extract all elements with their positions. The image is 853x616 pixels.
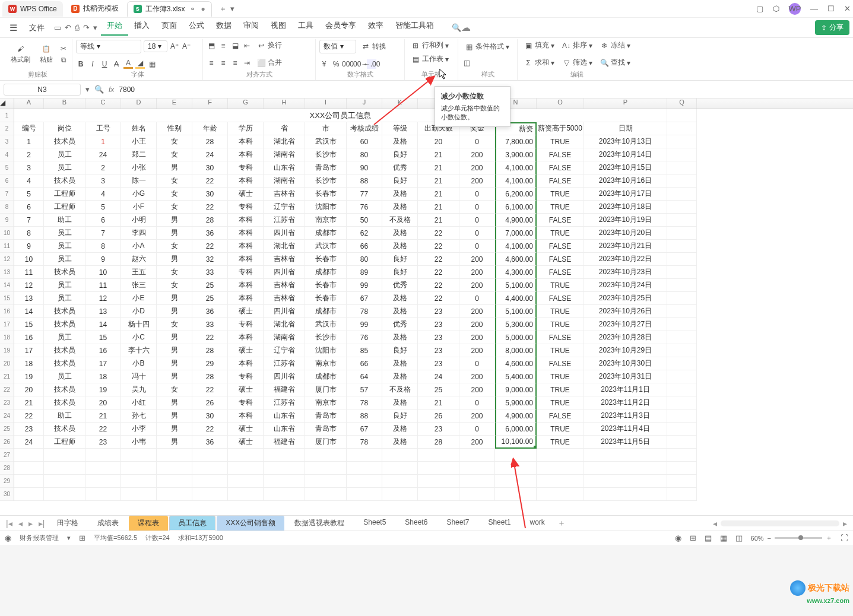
indent-dec-icon[interactable]: ⇤: [242, 41, 252, 50]
cell[interactable]: 专科: [228, 201, 264, 214]
cell[interactable]: [192, 462, 228, 475]
cell[interactable]: 专科: [228, 161, 264, 174]
cell[interactable]: TRUE: [537, 201, 584, 214]
cell[interactable]: 57: [347, 383, 382, 396]
cell[interactable]: 本科: [228, 357, 264, 370]
row-head[interactable]: 21: [0, 370, 14, 383]
cell[interactable]: 2: [14, 148, 44, 161]
cell[interactable]: 专科: [228, 266, 264, 279]
col-head-C[interactable]: C: [85, 99, 121, 109]
sheet-tab-课程表[interactable]: 课程表: [129, 516, 168, 531]
menu-file[interactable]: 文件: [23, 23, 50, 33]
cell[interactable]: 0: [459, 227, 495, 240]
cell[interactable]: [418, 488, 459, 501]
cell[interactable]: 4,600.00: [495, 357, 537, 370]
cell[interactable]: 17: [14, 344, 44, 357]
row-head[interactable]: 5: [0, 161, 14, 174]
file-tab[interactable]: S工作簿3.xlsx⚬●: [127, 1, 212, 17]
cell[interactable]: [192, 488, 228, 501]
align-center-icon[interactable]: ≡: [218, 58, 228, 68]
cell[interactable]: FALSE: [537, 331, 584, 344]
cell[interactable]: 技术员: [44, 357, 85, 370]
cell[interactable]: 本科: [228, 174, 264, 188]
row-head[interactable]: 13: [0, 266, 14, 279]
cell[interactable]: 湖北省: [264, 318, 305, 331]
cell[interactable]: 200: [459, 370, 495, 383]
cell[interactable]: 本科: [228, 331, 264, 344]
cell[interactable]: 22: [192, 331, 228, 344]
cell[interactable]: 8,000.00: [495, 344, 537, 357]
cell[interactable]: 0: [459, 396, 495, 409]
cell[interactable]: 0: [459, 292, 495, 305]
row-head[interactable]: 8: [0, 201, 14, 214]
font-color-icon[interactable]: A: [123, 59, 133, 69]
cell[interactable]: 3,900.00: [495, 148, 537, 161]
cell[interactable]: 21: [418, 161, 459, 174]
cell[interactable]: 6: [85, 214, 121, 227]
cell[interactable]: [495, 462, 537, 475]
cell[interactable]: [14, 475, 44, 488]
cell[interactable]: [347, 462, 382, 475]
cell[interactable]: 22: [418, 292, 459, 305]
menu-效率[interactable]: 效率: [362, 20, 389, 36]
row-head[interactable]: 27: [0, 449, 14, 462]
cell[interactable]: 武汉市: [305, 318, 347, 331]
cell[interactable]: 80: [347, 253, 382, 266]
cell[interactable]: 7,000.00: [495, 227, 537, 240]
cell-style-icon[interactable]: ◫: [462, 58, 471, 68]
cell[interactable]: 200: [459, 331, 495, 344]
sheet-tab-Sheet5[interactable]: Sheet5: [354, 516, 395, 531]
cell[interactable]: 女: [157, 201, 192, 214]
cell[interactable]: [667, 201, 697, 214]
cell[interactable]: 25: [192, 279, 228, 292]
cell[interactable]: 员工: [44, 227, 85, 240]
cell[interactable]: 专科: [228, 396, 264, 409]
cell[interactable]: 技术员: [44, 423, 85, 436]
cell[interactable]: [459, 475, 495, 488]
cell[interactable]: 良好: [382, 344, 418, 357]
cell[interactable]: [44, 475, 85, 488]
cell[interactable]: 本科: [228, 214, 264, 227]
fill-color-icon[interactable]: ◢: [135, 59, 145, 69]
cell[interactable]: [667, 174, 697, 188]
cell[interactable]: 长沙市: [305, 148, 347, 161]
col-head-K[interactable]: K: [382, 99, 418, 109]
col-head-A[interactable]: A: [14, 99, 44, 109]
cell[interactable]: 吉林省: [264, 292, 305, 305]
cell[interactable]: 及格: [382, 201, 418, 214]
cell[interactable]: [584, 475, 667, 488]
menu-工具[interactable]: 工具: [292, 20, 319, 36]
cell[interactable]: 2023年10月24日: [584, 279, 667, 292]
cell[interactable]: TRUE: [537, 318, 584, 331]
cell[interactable]: 200: [459, 305, 495, 318]
row-head[interactable]: 16: [0, 305, 14, 318]
minimize-button[interactable]: —: [810, 4, 818, 13]
cell[interactable]: [667, 318, 697, 331]
cell[interactable]: 男: [157, 227, 192, 240]
cell[interactable]: 良好: [382, 174, 418, 188]
col-head-O[interactable]: O: [537, 99, 584, 109]
cell[interactable]: 30: [192, 188, 228, 201]
cell[interactable]: 200: [459, 344, 495, 357]
cell[interactable]: 男: [157, 305, 192, 318]
cell[interactable]: 男: [157, 409, 192, 423]
cell[interactable]: 陈一: [121, 174, 157, 188]
cell[interactable]: 成都市: [305, 266, 347, 279]
cell[interactable]: 李四: [121, 227, 157, 240]
cell[interactable]: 赵六: [121, 253, 157, 266]
cell[interactable]: 厦门市: [305, 383, 347, 396]
cell[interactable]: 50: [347, 214, 382, 227]
cell[interactable]: 张三: [121, 279, 157, 292]
cell[interactable]: 28: [192, 344, 228, 357]
cell[interactable]: 及格: [382, 423, 418, 436]
cell[interactable]: [228, 488, 264, 501]
cell[interactable]: 77: [347, 188, 382, 201]
tab-nav-prev[interactable]: ◂: [16, 519, 25, 528]
maximize-button[interactable]: ☐: [827, 4, 835, 13]
cell[interactable]: 及格: [382, 292, 418, 305]
cell[interactable]: 小韦: [121, 436, 157, 449]
cell[interactable]: 78: [347, 305, 382, 318]
cell[interactable]: 员工: [44, 331, 85, 344]
add-sheet-button[interactable]: ＋: [555, 518, 568, 529]
row-head[interactable]: 12: [0, 253, 14, 266]
